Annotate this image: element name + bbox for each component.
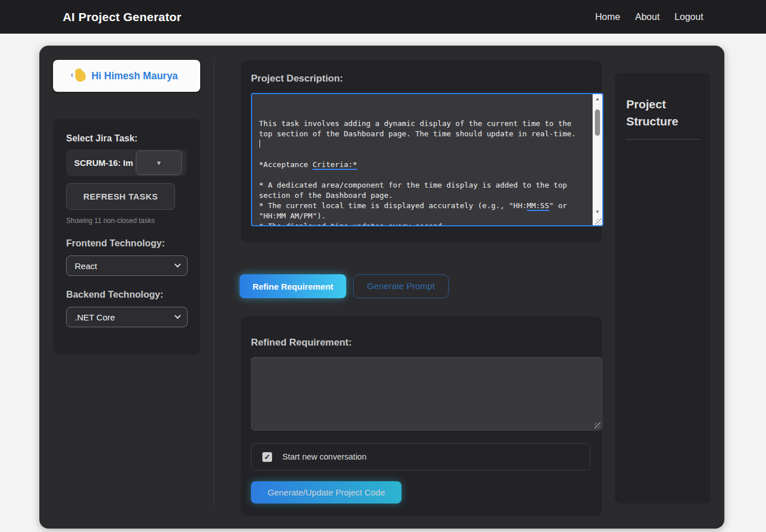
caret-down-icon: ▾ — [157, 159, 161, 167]
tasks-count-note: Showing 11 non-closed tasks — [66, 217, 188, 225]
backend-selected-value: .NET Core — [67, 312, 115, 322]
resize-handle[interactable] — [593, 217, 602, 225]
resize-handle[interactable] — [594, 423, 601, 429]
project-description-title: Project Description: — [251, 73, 591, 84]
backend-technology-label: Backend Technology: — [66, 289, 188, 300]
sidebar-panel: Select Jira Task: SCRUM-16: Impl ▾ REFRE… — [54, 119, 200, 355]
project-description-textarea[interactable]: This task involves adding a dynamic disp… — [251, 93, 603, 226]
refined-requirement-textarea[interactable] — [251, 357, 602, 431]
frontend-selected-value: React — [67, 261, 97, 271]
backend-technology-select[interactable]: .NET Core — [66, 307, 188, 327]
project-description-panel: Project Description: This task involves … — [241, 60, 602, 242]
frontend-technology-select[interactable]: React — [66, 255, 188, 276]
divider — [626, 139, 699, 140]
nav-links: Home About Logout — [595, 11, 703, 22]
project-description-text: This task involves adding a dynamic disp… — [252, 94, 593, 225]
frontend-technology-label: Frontend Technology: — [66, 238, 188, 249]
project-structure-panel: Project Structure — [615, 73, 711, 503]
scrollbar-thumb[interactable] — [595, 109, 600, 136]
scrollbar-track[interactable] — [593, 104, 602, 207]
generate-prompt-button[interactable]: Generate Prompt — [353, 274, 449, 298]
wave-emoji-icon — [74, 69, 87, 83]
greeting-card: Hi Himesh Maurya — [53, 60, 200, 92]
refresh-tasks-button[interactable]: REFRESH TASKS — [66, 183, 175, 210]
project-description-content: This task involves adding a dynamic disp… — [259, 119, 576, 225]
refine-requirement-button[interactable]: Refine Requirement — [240, 274, 346, 298]
refined-requirement-title: Refined Requirement: — [251, 337, 591, 348]
main-container: Hi Himesh Maurya Select Jira Task: SCRUM… — [39, 46, 724, 529]
action-buttons-row: Refine Requirement Generate Prompt — [240, 274, 449, 298]
check-icon: ✓ — [264, 453, 270, 461]
generate-update-project-code-button[interactable]: Generate/Update Project Code — [251, 481, 402, 503]
scroll-up-icon[interactable]: ▲ — [593, 94, 602, 104]
chevron-down-icon — [175, 312, 181, 319]
jira-task-select[interactable]: SCRUM-16: Impl ▾ — [66, 149, 187, 176]
nav-link-about[interactable]: About — [635, 11, 659, 22]
textarea-scrollbar[interactable]: ▲ ▼ — [593, 94, 602, 225]
refined-requirement-panel: Refined Requirement: ✓ Start new convers… — [241, 316, 602, 516]
jira-task-label: Select Jira Task: — [66, 133, 188, 144]
nav-link-logout[interactable]: Logout — [675, 11, 703, 22]
start-new-conversation-label: Start new conversation — [282, 452, 367, 461]
navbar: AI Project Generator Home About Logout — [0, 0, 766, 34]
start-new-conversation-row: ✓ Start new conversation — [251, 443, 590, 470]
chevron-down-icon — [175, 261, 181, 267]
scroll-down-icon[interactable]: ▼ — [593, 207, 602, 217]
app-title[interactable]: AI Project Generator — [63, 10, 181, 24]
vertical-divider — [214, 57, 214, 506]
jira-task-dropdown-button[interactable]: ▾ — [136, 151, 182, 175]
jira-task-selected-value: SCRUM-16: Impl — [66, 158, 133, 168]
start-new-conversation-checkbox[interactable]: ✓ — [262, 452, 272, 462]
nav-link-home[interactable]: Home — [595, 11, 620, 22]
project-structure-title: Project Structure — [626, 96, 689, 130]
greeting-text: Hi Himesh Maurya — [91, 70, 178, 82]
